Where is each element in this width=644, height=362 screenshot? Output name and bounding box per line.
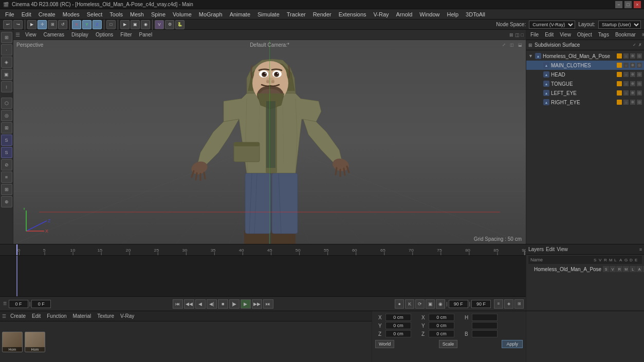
menu-create[interactable]: Create xyxy=(35,10,59,18)
tool-3[interactable]: ⊞ xyxy=(1,122,12,134)
menu-help[interactable]: Help xyxy=(444,10,462,18)
tb-x-axis[interactable]: X xyxy=(72,20,81,29)
scale-y-input[interactable] xyxy=(429,322,454,329)
menu-render[interactable]: Render xyxy=(310,10,335,18)
menu-tracker[interactable]: Tracker xyxy=(284,10,309,18)
layer-btn-v[interactable]: V xyxy=(610,266,616,272)
render-preview-button[interactable]: ◉ xyxy=(436,299,445,309)
mat-function[interactable]: Function xyxy=(45,313,68,319)
tool-6[interactable]: ⊞ xyxy=(1,184,12,195)
world-button[interactable]: World xyxy=(375,340,394,348)
menu-arnold[interactable]: Arnold xyxy=(393,10,416,18)
scale-x-input[interactable] xyxy=(429,314,454,321)
obj-vis-clothes[interactable]: ○ xyxy=(623,63,629,68)
tb-render-region[interactable]: ▣ xyxy=(131,20,140,29)
current-frame-input[interactable] xyxy=(9,300,28,308)
vp-split-h-icon[interactable]: ⬓ xyxy=(517,41,524,48)
obj-vis-head[interactable]: ○ xyxy=(623,72,629,77)
tool-5[interactable]: ≡ xyxy=(1,172,12,183)
menu-simulate[interactable]: Simulate xyxy=(254,10,283,18)
layers-view[interactable]: View xyxy=(557,246,568,252)
key-button[interactable]: K xyxy=(405,299,414,309)
rp-tags[interactable]: Tags xyxy=(596,31,611,38)
tb-vray-1[interactable]: V xyxy=(155,20,164,29)
apply-button[interactable]: Apply xyxy=(502,340,523,348)
menu-select[interactable]: Select xyxy=(84,10,106,18)
menu-spine[interactable]: Spine xyxy=(148,10,169,18)
layer-item[interactable]: Homeless_Old_Man_A_Pose S V R M L A G D … xyxy=(528,264,642,274)
rp-bookmar[interactable]: Bookmar xyxy=(613,31,638,38)
menu-volume[interactable]: Volume xyxy=(170,10,195,18)
pos-x-input[interactable] xyxy=(385,314,411,321)
tool-subdivide[interactable]: ↕ xyxy=(1,81,12,92)
minimize-button[interactable]: − xyxy=(615,1,622,8)
vp-icon-1[interactable]: ⊠ xyxy=(509,32,513,37)
menu-vray[interactable]: V-Ray xyxy=(371,10,392,18)
mat-menu-icon[interactable]: ☰ xyxy=(2,314,6,319)
end-pos-input[interactable] xyxy=(471,300,491,308)
menu-animate[interactable]: Animate xyxy=(227,10,253,18)
vp-icon-3[interactable]: □ xyxy=(521,32,524,37)
pos-z-input[interactable] xyxy=(385,330,411,337)
layers-edit[interactable]: Edit xyxy=(546,246,555,252)
obj-vis-reye[interactable]: ○ xyxy=(623,100,629,105)
rp-edit[interactable]: Edit xyxy=(543,31,556,38)
size-b-input[interactable] xyxy=(472,330,498,337)
mat-material[interactable]: Material xyxy=(71,313,94,319)
play-step-button[interactable]: |▶ xyxy=(229,299,240,309)
tool-object-mode[interactable]: ⊞ xyxy=(1,32,12,43)
rp-x-icon[interactable]: ✗ xyxy=(638,43,642,47)
layout-select[interactable]: Startup (User) xyxy=(598,21,641,29)
obj-lock-icon[interactable]: ⊕ xyxy=(630,53,635,59)
pos-y-input[interactable] xyxy=(385,322,411,329)
tb-y-axis[interactable]: Y xyxy=(82,20,91,29)
end-frame-input[interactable] xyxy=(449,300,468,308)
vp-cameras[interactable]: Cameras xyxy=(42,31,67,38)
menu-3dtoall[interactable]: 3DToAll xyxy=(463,10,488,18)
obj-tongue[interactable]: ▲ TONGUE ○ ⊕ ◎ xyxy=(526,79,644,88)
node-space-select[interactable]: Current (V-Ray) xyxy=(529,21,575,29)
tool-1[interactable]: ⬡ xyxy=(1,98,12,109)
tb-python[interactable]: 🐍 xyxy=(175,20,185,29)
extra-btn-3[interactable]: ⊞ xyxy=(514,299,524,309)
tool-edges[interactable]: ◈ xyxy=(1,56,12,68)
obj-right-eye[interactable]: ▲ RIGHT_EYE ○ ⊕ ◎ xyxy=(526,98,644,107)
tl-menu-icon[interactable]: ☰ xyxy=(2,301,8,306)
vp-panel[interactable]: Panel xyxy=(137,31,155,38)
layer-btn-r[interactable]: R xyxy=(616,266,622,272)
menu-window[interactable]: Window xyxy=(416,10,443,18)
rp-check-icon[interactable]: ✓ xyxy=(633,43,636,47)
record-button[interactable]: ● xyxy=(395,299,404,309)
vp-view[interactable]: View xyxy=(23,31,39,38)
tb-render-active[interactable]: ◉ xyxy=(141,20,150,29)
tool-4[interactable]: ⊘ xyxy=(1,159,12,170)
tb-vray-2[interactable]: ⚙ xyxy=(165,20,174,29)
mat-vray[interactable]: V-Ray xyxy=(118,313,136,319)
obj-lock-clothes[interactable]: ⊕ xyxy=(630,63,635,68)
obj-render-icon[interactable]: ◎ xyxy=(637,53,642,59)
obj-left-eye[interactable]: ▲ LEFT_EYE ○ ⊕ ◎ xyxy=(526,88,644,98)
menu-mograph[interactable]: MoGraph xyxy=(196,10,226,18)
tb-redo[interactable]: ↪ xyxy=(13,20,23,29)
tb-live-select[interactable]: ▶ xyxy=(27,20,36,29)
tool-s1[interactable]: S xyxy=(1,135,12,146)
size-p-input[interactable] xyxy=(472,322,498,329)
material-item-2[interactable]: Hom xyxy=(25,332,45,352)
scale-button[interactable]: Scale xyxy=(439,340,458,348)
layer-btn-a[interactable]: A xyxy=(636,266,642,272)
layers-icon[interactable]: ≡ xyxy=(639,247,642,252)
vp-options[interactable]: Options xyxy=(94,31,115,38)
vp-icon-2[interactable]: ◫ xyxy=(515,32,520,37)
start-frame-input[interactable] xyxy=(31,300,51,308)
tool-s2[interactable]: S xyxy=(1,147,12,158)
menu-modes[interactable]: Modes xyxy=(60,10,83,18)
vp-maximize-icon[interactable]: ⤢ xyxy=(500,41,507,48)
extra-btn-1[interactable]: ≡ xyxy=(494,299,503,309)
obj-homeless-root[interactable]: ▼ ▲ Homeless_Old_Man_A_Pose ○ ⊕ ◎ xyxy=(526,51,644,61)
vp-menu-icon[interactable]: ☰ xyxy=(15,32,20,37)
obj-render-reye[interactable]: ◎ xyxy=(637,100,642,105)
tool-2[interactable]: ◎ xyxy=(1,110,12,121)
vp-split-v-icon[interactable]: ◫ xyxy=(508,41,516,48)
menu-file[interactable]: File xyxy=(2,10,17,18)
obj-main-clothes[interactable]: ▲ MAIN_CLOTHES ○ ⊕ ◎ xyxy=(526,61,644,70)
